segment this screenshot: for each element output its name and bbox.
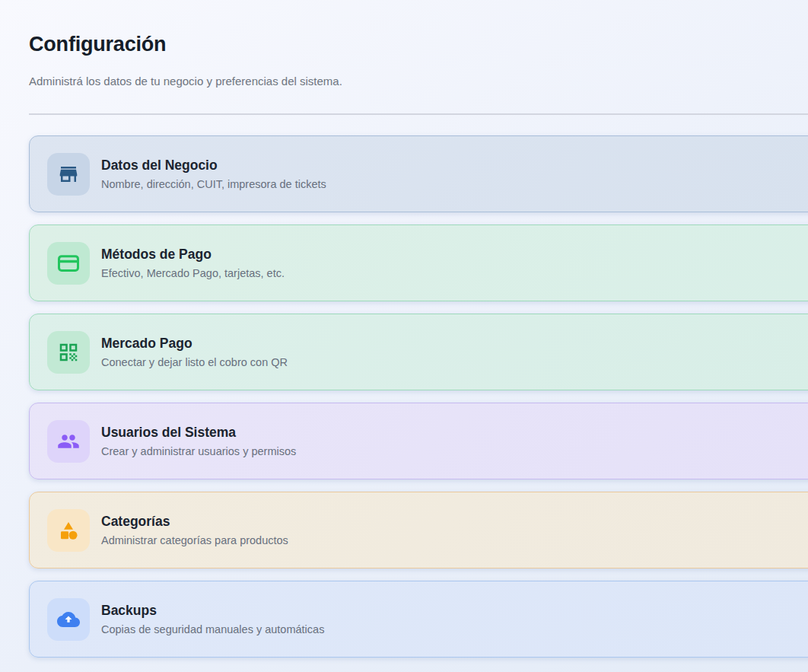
qr-code-icon bbox=[57, 341, 80, 364]
settings-card-storefront[interactable]: Datos del Negocio Nombre, dirección, CUI… bbox=[29, 135, 808, 212]
card-icon-box bbox=[47, 242, 90, 285]
storefront-icon bbox=[57, 163, 80, 186]
card-subtitle: Copias de seguridad manuales y automátic… bbox=[101, 622, 324, 637]
header-divider bbox=[29, 113, 808, 115]
settings-card-credit-card[interactable]: Métodos de Pago Efectivo, Mercado Pago, … bbox=[29, 225, 808, 301]
settings-card-cloud-upload[interactable]: Backups Copias de seguridad manuales y a… bbox=[29, 581, 808, 658]
card-title: Datos del Negocio bbox=[101, 156, 326, 174]
page-title: Configuración bbox=[29, 31, 808, 57]
card-text: Categorías Administrar categorías para p… bbox=[101, 512, 288, 548]
users-icon bbox=[57, 430, 80, 453]
settings-card-qr-code[interactable]: Mercado Pago Conectar y dejar listo el c… bbox=[29, 314, 808, 390]
card-subtitle: Nombre, dirección, CUIT, impresora de ti… bbox=[101, 177, 326, 192]
card-title: Categorías bbox=[101, 512, 288, 530]
card-icon-box bbox=[47, 331, 90, 374]
card-title: Backups bbox=[101, 601, 324, 619]
settings-card-list: Datos del Negocio Nombre, dirección, CUI… bbox=[29, 135, 808, 658]
card-icon-box bbox=[47, 420, 90, 463]
card-text: Mercado Pago Conectar y dejar listo el c… bbox=[101, 334, 288, 370]
settings-card-shapes[interactable]: Categorías Administrar categorías para p… bbox=[29, 492, 808, 568]
shapes-icon bbox=[57, 519, 80, 542]
card-subtitle: Administrar categorías para productos bbox=[101, 533, 288, 548]
card-text: Usuarios del Sistema Crear y administrar… bbox=[101, 423, 296, 459]
credit-card-icon bbox=[57, 252, 80, 275]
page-subtitle: Administrá los datos de tu negocio y pre… bbox=[29, 73, 808, 90]
settings-page: Configuración Administrá los datos de tu… bbox=[0, 31, 808, 672]
card-subtitle: Efectivo, Mercado Pago, tarjetas, etc. bbox=[101, 266, 285, 281]
card-title: Mercado Pago bbox=[101, 334, 288, 352]
card-icon-box bbox=[47, 153, 90, 196]
cloud-upload-icon bbox=[57, 608, 80, 631]
card-subtitle: Crear y administrar usuarios y permisos bbox=[101, 444, 296, 459]
card-subtitle: Conectar y dejar listo el cobro con QR bbox=[101, 355, 288, 370]
card-title: Usuarios del Sistema bbox=[101, 423, 296, 441]
card-text: Métodos de Pago Efectivo, Mercado Pago, … bbox=[101, 245, 285, 281]
card-title: Métodos de Pago bbox=[101, 245, 285, 263]
settings-card-users[interactable]: Usuarios del Sistema Crear y administrar… bbox=[29, 403, 808, 479]
card-text: Datos del Negocio Nombre, dirección, CUI… bbox=[101, 156, 326, 192]
card-icon-box bbox=[47, 598, 90, 641]
card-text: Backups Copias de seguridad manuales y a… bbox=[101, 601, 324, 637]
card-icon-box bbox=[47, 509, 90, 552]
